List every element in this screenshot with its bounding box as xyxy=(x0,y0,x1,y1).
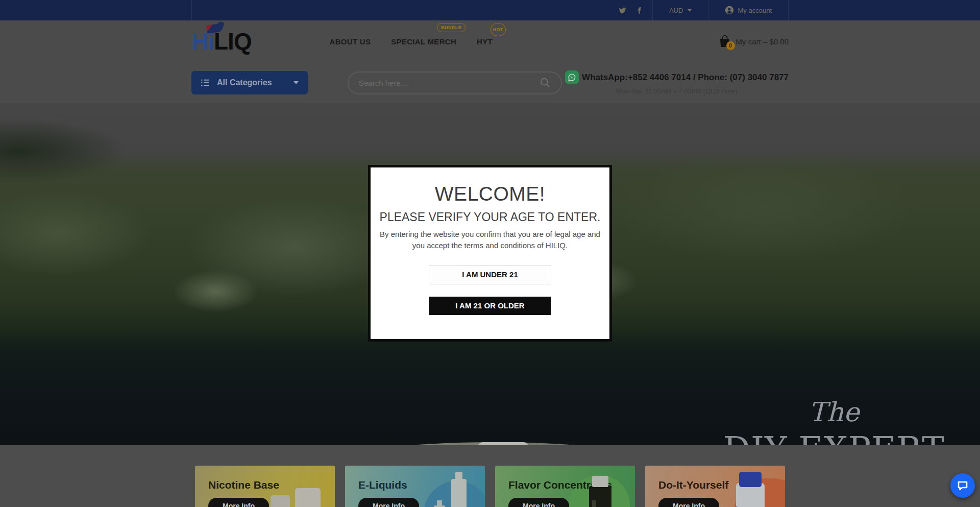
age-verification-modal: WELCOME! PLEASE VERIFY YOUR AGE TO ENTER… xyxy=(368,165,612,342)
user-icon xyxy=(725,6,734,15)
topbar-divider xyxy=(788,0,789,20)
topbar-divider xyxy=(191,0,192,20)
modal-title: WELCOME! xyxy=(371,183,609,205)
topbar-divider xyxy=(708,0,708,20)
chat-bubble-icon xyxy=(957,479,969,492)
topbar-divider xyxy=(652,0,653,20)
my-account-link[interactable]: My account xyxy=(718,0,779,20)
currency-label: AUD xyxy=(669,7,683,14)
currency-dropdown[interactable]: AUD xyxy=(662,0,698,20)
facebook-icon[interactable] xyxy=(635,7,643,14)
live-chat-button[interactable] xyxy=(950,473,975,498)
under-21-button[interactable]: I AM UNDER 21 xyxy=(429,265,551,284)
modal-subtitle: PLEASE VERIFY YOUR AGE TO ENTER. xyxy=(371,210,609,224)
twitter-icon[interactable] xyxy=(619,7,626,14)
chevron-down-icon xyxy=(688,9,692,12)
topbar: AUD My account xyxy=(0,0,980,20)
modal-body-text: By entering the website you confirm that… xyxy=(378,229,602,251)
21-or-older-button[interactable]: I AM 21 OR OLDER xyxy=(429,297,551,315)
my-account-label: My account xyxy=(738,7,772,14)
